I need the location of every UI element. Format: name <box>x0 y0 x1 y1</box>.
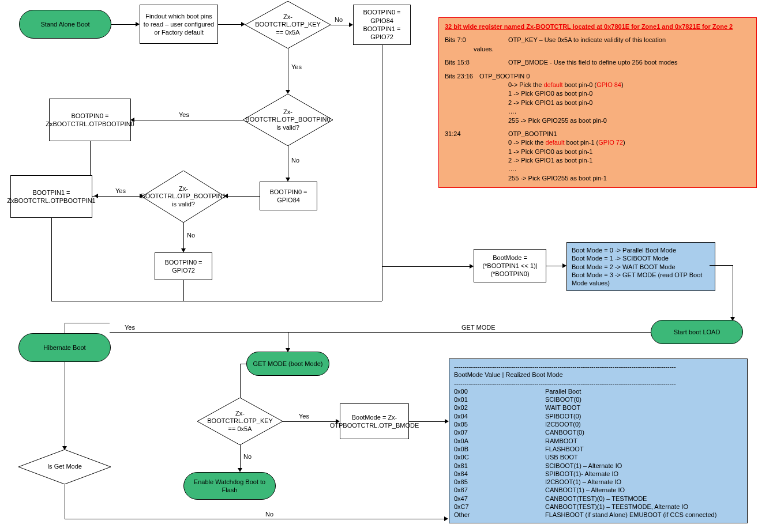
label: BOOTPIN0 = GPIO84 BOOTPIN1 = GPIO72 <box>356 8 408 41</box>
table-row: 0x02WAIT BOOT <box>454 403 727 412</box>
table-row: OtherFLASHBOOT (if stand Alone) EMUBOOT … <box>454 511 727 519</box>
t: 1 -> Pick GPIO0 as boot pin-0 <box>445 89 751 98</box>
t: 31:24 <box>445 130 508 138</box>
label: BootMode = (*BOOTPIN1 << 1)|(*BOOTPIN0) <box>476 254 543 278</box>
t: boot pin-0 ( <box>562 81 596 88</box>
label: Zx-BOOTCTRL.OTP_BOOTPIN0 is valid? <box>245 108 330 131</box>
bp0-gpio72-box: BOOTPIN0 = GPIO72 <box>155 252 212 280</box>
line: Boot Mode = 2 -> WAIT BOOT Mode <box>572 263 710 271</box>
t: OTP_BMODE - Use this field to define upt… <box>508 59 677 66</box>
t: GPIO 72 <box>598 139 623 146</box>
table-row: 0x85I2CBOOT(1) – Alternate IO <box>454 478 727 486</box>
edge-no: No <box>291 157 299 164</box>
table-row: 0x84SPIBOOT(1)- Alternate IO <box>454 470 727 478</box>
note-title: 32 bit wide register named Zx-BOOTCTRL l… <box>445 22 751 31</box>
table-row: 0x05I2CBOOT(0) <box>454 420 727 428</box>
bootmode-list-note: Boot Mode = 0 -> Parallel Boot Mode Boot… <box>566 242 715 291</box>
label: BootMode = Zx-OTPBOOTCTRL.OTP_BMODE <box>330 413 419 430</box>
label: BOOTPIN0 = ZxBOOTCTRL.OTPBOOTPIN0 <box>46 112 134 129</box>
t: 255 -> Pick GPIO255 as boot pin-0 <box>445 116 751 125</box>
edge-no: No <box>335 16 343 23</box>
table-row: 0x47CANBOOT(TEST)(0) – TESTMODE <box>454 495 727 503</box>
edge-yes: Yes <box>291 63 302 70</box>
table-row: 0x87CANBOOT(1) – Alternate IO <box>454 486 727 494</box>
label: Enable Watchdog Boot to Flash <box>186 478 273 495</box>
t: OTP_KEY – Use 0x5A to indicate validity … <box>508 36 666 43</box>
edge-yes: Yes <box>115 187 126 194</box>
t: ) <box>621 81 624 88</box>
bp0-gpio84-box: BOOTPIN0 = GPIO84 <box>260 182 317 210</box>
t: 2 -> Pick GPIO1 as boot pin-1 <box>445 156 751 165</box>
table-row: 0x07CANBOOT(0) <box>454 428 727 436</box>
label: Zx-BOOTCTRL.OTP_BOOTPIN1 is valid? <box>141 185 226 208</box>
hibernate-boot: Hibernate Boot <box>18 333 111 362</box>
t: 0-> Pick the <box>508 81 543 88</box>
header: BootMode Value | Realized Boot Mode <box>454 371 742 379</box>
t: values. <box>445 45 751 54</box>
bp-default-box: BOOTPIN0 = GPIO84 BOOTPIN1 = GPIO72 <box>353 5 411 45</box>
t: ) <box>623 139 625 146</box>
table-row: 0x0BFLASHBOOT <box>454 445 727 453</box>
t: Bits 7:0 <box>445 36 508 44</box>
bootmode-table: 0x00Parallel Boot0x01SCIBOOT(0)0x02WAIT … <box>454 387 727 519</box>
findout-box: Findout which boot pins to read – user c… <box>140 5 218 44</box>
table-row: 0x0ARAMBOOT <box>454 437 727 445</box>
is-get-mode-decision: Is Get Mode <box>18 450 111 484</box>
edge-yes: Yes <box>299 413 309 420</box>
stand-alone-boot: Stand Alone Boot <box>19 10 111 39</box>
t: OTP_BOOTPIN 0 <box>479 73 530 80</box>
table-row: 0x0CUSB BOOT <box>454 453 727 461</box>
edge-get-mode: GET MODE <box>461 324 495 331</box>
line: Boot Mode = 1 -> SCIBOOT Mode <box>572 254 710 262</box>
bootmode-calc-box: BootMode = (*BOOTPIN1 << 1)|(*BOOTPIN0) <box>474 249 546 282</box>
hr: ----------------------------------------… <box>454 379 742 387</box>
table-row: 0xC7CANBOOT(TEST)(1) – TEESTMODE, Altern… <box>454 503 727 511</box>
label: Start boot LOAD <box>674 328 721 336</box>
edge-no: No <box>243 453 252 460</box>
otp-key2-decision: Zx-BOOTCTRL.OTP_KEY == 0x5A <box>197 398 283 445</box>
table-row: 0x00Parallel Boot <box>454 387 727 395</box>
enable-wdog: Enable Watchdog Boot to Flash <box>183 472 276 500</box>
label: Is Get Mode <box>47 463 82 470</box>
bp0-valid-decision: Zx-BOOTCTRL.OTP_BOOTPIN0 is valid? <box>243 94 333 146</box>
t: …. <box>445 165 751 173</box>
register-note: 32 bit wide register named Zx-BOOTCTRL l… <box>438 17 757 188</box>
bp1-otp-box: BOOTPIN1 = ZxBOOTCTRL.OTPBOOTPIN1 <box>10 175 92 218</box>
t: GPIO 84 <box>596 81 621 88</box>
edge-no: No <box>265 511 273 518</box>
t: OTP_BOOTPIN1 <box>508 130 557 137</box>
t: boot pin-1 ( <box>565 139 599 146</box>
t: 1 -> Pick GPIO0 as boot pin-1 <box>445 148 751 156</box>
t: Bits 15:8 <box>445 58 508 67</box>
label: Hibernate Boot <box>43 344 85 352</box>
label: Zx-BOOTCTRL.OTP_KEY == 0x5A <box>255 13 320 36</box>
label: BOOTPIN0 = GPIO84 <box>262 188 314 205</box>
table-row: 0x01SCIBOOT(0) <box>454 395 727 403</box>
bmode-assign-box: BootMode = Zx-OTPBOOTCTRL.OTP_BMODE <box>340 403 409 439</box>
edge-no: No <box>187 232 195 239</box>
bootmode-table-note: ----------------------------------------… <box>449 359 748 523</box>
t: 2 -> Pick GPIO1 as boot pin-0 <box>445 99 751 107</box>
t: 255 -> Pick GPIO255 as boot pin-1 <box>445 174 751 183</box>
bp1-valid-decision: Zx-BOOTCTRL.OTP_BOOTPIN1 is valid? <box>142 171 225 222</box>
t: Bits 23:16 <box>445 72 479 81</box>
t: default <box>546 139 565 146</box>
start-boot-load: Start boot LOAD <box>651 320 743 344</box>
label: BOOTPIN0 = GPIO72 <box>157 258 209 275</box>
label: GET MODE (boot Mode) <box>253 360 323 368</box>
bp0-otp-box: BOOTPIN0 = ZxBOOTCTRL.OTPBOOTPIN0 <box>49 99 131 141</box>
t: …. <box>445 107 751 116</box>
edge-yes: Yes <box>179 111 189 118</box>
table-row: 0x81SCIBOOT(1) – Alternate IO <box>454 462 727 470</box>
label: Stand Alone Boot <box>40 20 89 28</box>
label: Zx-BOOTCTRL.OTP_KEY == 0x5A <box>207 410 272 433</box>
hr: ----------------------------------------… <box>454 363 742 371</box>
label: BOOTPIN1 = ZxBOOTCTRL.OTPBOOTPIN1 <box>7 188 95 205</box>
table-row: 0x04SPIBOOT(0) <box>454 412 727 420</box>
line: Boot Mode = 3 -> GET MODE (read OTP Boot… <box>572 271 710 288</box>
t: default <box>543 81 562 88</box>
otp-key-decision: Zx-BOOTCTRL.OTP_KEY == 0x5A <box>245 1 331 48</box>
line: Boot Mode = 0 -> Parallel Boot Mode <box>572 246 710 254</box>
get-mode-terminator: GET MODE (boot Mode) <box>246 352 329 376</box>
label: Findout which boot pins to read – user c… <box>142 12 215 37</box>
